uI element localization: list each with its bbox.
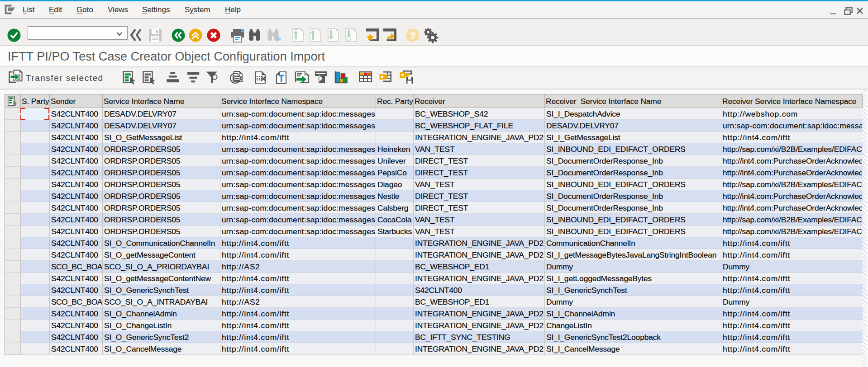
svg-text:?: ? — [410, 30, 416, 41]
